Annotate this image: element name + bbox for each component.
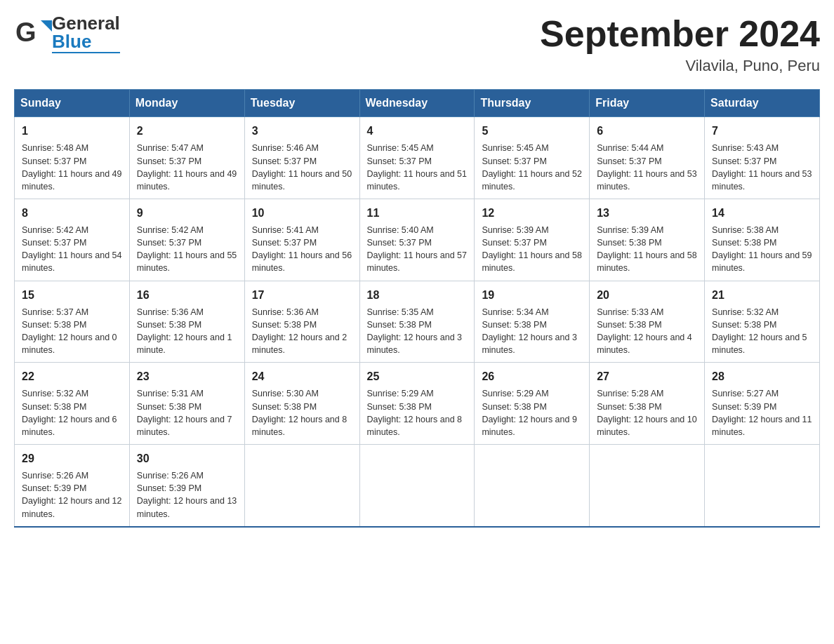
day-info: Sunrise: 5:37 AM Sunset: 5:38 PM Dayligh… <box>22 306 122 357</box>
table-row: 14Sunrise: 5:38 AM Sunset: 5:38 PM Dayli… <box>705 199 820 281</box>
day-info: Sunrise: 5:29 AM Sunset: 5:38 PM Dayligh… <box>482 387 582 438</box>
day-number: 19 <box>482 287 582 303</box>
day-info: Sunrise: 5:40 AM Sunset: 5:37 PM Dayligh… <box>367 224 468 275</box>
calendar-body: 1Sunrise: 5:48 AM Sunset: 5:37 PM Daylig… <box>15 117 820 527</box>
day-number: 3 <box>252 123 352 139</box>
table-row: 24Sunrise: 5:30 AM Sunset: 5:38 PM Dayli… <box>244 363 359 445</box>
table-row: 15Sunrise: 5:37 AM Sunset: 5:38 PM Dayli… <box>15 281 130 363</box>
svg-marker-1 <box>41 20 52 32</box>
logo-general-text: General <box>52 14 120 32</box>
week-row-2: 8Sunrise: 5:42 AM Sunset: 5:37 PM Daylig… <box>15 199 820 281</box>
logo-blue-row: Blue <box>52 32 120 51</box>
day-number: 30 <box>137 450 237 467</box>
day-info: Sunrise: 5:32 AM Sunset: 5:38 PM Dayligh… <box>712 306 812 357</box>
header-tuesday: Tuesday <box>244 90 359 117</box>
table-row: 11Sunrise: 5:40 AM Sunset: 5:37 PM Dayli… <box>359 199 475 281</box>
page-container: G General Blue September 2024 Vilavila, … <box>14 14 820 528</box>
table-row: 6Sunrise: 5:44 AM Sunset: 5:37 PM Daylig… <box>590 117 705 199</box>
day-number: 29 <box>22 450 122 467</box>
day-info: Sunrise: 5:43 AM Sunset: 5:37 PM Dayligh… <box>712 142 812 193</box>
table-row: 12Sunrise: 5:39 AM Sunset: 5:37 PM Dayli… <box>475 199 590 281</box>
day-number: 4 <box>367 123 468 139</box>
table-row: 28Sunrise: 5:27 AM Sunset: 5:39 PM Dayli… <box>705 363 820 445</box>
table-row: 20Sunrise: 5:33 AM Sunset: 5:38 PM Dayli… <box>590 281 705 363</box>
day-info: Sunrise: 5:42 AM Sunset: 5:37 PM Dayligh… <box>137 224 237 275</box>
table-row: 30Sunrise: 5:26 AM Sunset: 5:39 PM Dayli… <box>129 444 244 526</box>
day-info: Sunrise: 5:38 AM Sunset: 5:38 PM Dayligh… <box>712 224 812 275</box>
day-number: 12 <box>482 205 582 221</box>
day-info: Sunrise: 5:28 AM Sunset: 5:38 PM Dayligh… <box>597 387 697 438</box>
table-row: 26Sunrise: 5:29 AM Sunset: 5:38 PM Dayli… <box>475 363 590 445</box>
day-number: 21 <box>712 287 812 303</box>
day-number: 7 <box>712 123 812 139</box>
day-info: Sunrise: 5:39 AM Sunset: 5:38 PM Dayligh… <box>597 224 697 275</box>
week-row-3: 15Sunrise: 5:37 AM Sunset: 5:38 PM Dayli… <box>15 281 820 363</box>
day-number: 1 <box>22 123 122 139</box>
day-number: 24 <box>252 368 352 384</box>
day-number: 11 <box>367 205 468 221</box>
day-info: Sunrise: 5:42 AM Sunset: 5:37 PM Dayligh… <box>22 224 122 275</box>
day-info: Sunrise: 5:39 AM Sunset: 5:37 PM Dayligh… <box>482 224 582 275</box>
day-number: 2 <box>137 123 237 139</box>
day-number: 25 <box>367 368 468 384</box>
subtitle: Vilavila, Puno, Peru <box>540 57 820 75</box>
day-info: Sunrise: 5:47 AM Sunset: 5:37 PM Dayligh… <box>137 142 237 193</box>
day-info: Sunrise: 5:34 AM Sunset: 5:38 PM Dayligh… <box>482 306 582 357</box>
day-number: 15 <box>22 287 122 303</box>
table-row: 25Sunrise: 5:29 AM Sunset: 5:38 PM Dayli… <box>359 363 475 445</box>
table-row <box>590 444 705 526</box>
table-row: 7Sunrise: 5:43 AM Sunset: 5:37 PM Daylig… <box>705 117 820 199</box>
table-row: 16Sunrise: 5:36 AM Sunset: 5:38 PM Dayli… <box>129 281 244 363</box>
day-info: Sunrise: 5:33 AM Sunset: 5:38 PM Dayligh… <box>597 306 697 357</box>
day-info: Sunrise: 5:27 AM Sunset: 5:39 PM Dayligh… <box>712 387 812 438</box>
day-number: 9 <box>137 205 237 221</box>
day-number: 14 <box>712 205 812 221</box>
day-info: Sunrise: 5:45 AM Sunset: 5:37 PM Dayligh… <box>367 142 468 193</box>
day-info: Sunrise: 5:30 AM Sunset: 5:38 PM Dayligh… <box>252 387 352 438</box>
logo-name: General Blue <box>52 14 120 53</box>
header-thursday: Thursday <box>475 90 590 117</box>
calendar-table: Sunday Monday Tuesday Wednesday Thursday… <box>14 89 820 527</box>
main-title: September 2024 <box>540 14 820 54</box>
header-wednesday: Wednesday <box>359 90 475 117</box>
table-row: 27Sunrise: 5:28 AM Sunset: 5:38 PM Dayli… <box>590 363 705 445</box>
header-friday: Friday <box>590 90 705 117</box>
day-number: 23 <box>137 368 237 384</box>
table-row <box>705 444 820 526</box>
day-info: Sunrise: 5:31 AM Sunset: 5:38 PM Dayligh… <box>137 387 237 438</box>
table-row: 3Sunrise: 5:46 AM Sunset: 5:37 PM Daylig… <box>244 117 359 199</box>
day-info: Sunrise: 5:36 AM Sunset: 5:38 PM Dayligh… <box>252 306 352 357</box>
table-row: 2Sunrise: 5:47 AM Sunset: 5:37 PM Daylig… <box>129 117 244 199</box>
day-number: 13 <box>597 205 697 221</box>
day-info: Sunrise: 5:36 AM Sunset: 5:38 PM Dayligh… <box>137 306 237 357</box>
logo-icon: G <box>14 15 52 53</box>
day-info: Sunrise: 5:29 AM Sunset: 5:38 PM Dayligh… <box>367 387 468 438</box>
day-info: Sunrise: 5:26 AM Sunset: 5:39 PM Dayligh… <box>22 469 122 521</box>
week-row-4: 22Sunrise: 5:32 AM Sunset: 5:38 PM Dayli… <box>15 363 820 445</box>
table-row: 13Sunrise: 5:39 AM Sunset: 5:38 PM Dayli… <box>590 199 705 281</box>
table-row <box>244 444 359 526</box>
day-number: 17 <box>252 287 352 303</box>
svg-text:G: G <box>15 18 37 47</box>
header-saturday: Saturday <box>705 90 820 117</box>
week-row-5: 29Sunrise: 5:26 AM Sunset: 5:39 PM Dayli… <box>15 444 820 526</box>
day-number: 22 <box>22 368 122 384</box>
table-row: 18Sunrise: 5:35 AM Sunset: 5:38 PM Dayli… <box>359 281 475 363</box>
day-info: Sunrise: 5:41 AM Sunset: 5:37 PM Dayligh… <box>252 224 352 275</box>
table-row <box>359 444 475 526</box>
day-number: 5 <box>482 123 582 139</box>
day-info: Sunrise: 5:45 AM Sunset: 5:37 PM Dayligh… <box>482 142 582 193</box>
day-number: 20 <box>597 287 697 303</box>
weekday-header-row: Sunday Monday Tuesday Wednesday Thursday… <box>15 90 820 117</box>
table-row: 5Sunrise: 5:45 AM Sunset: 5:37 PM Daylig… <box>475 117 590 199</box>
day-number: 8 <box>22 205 122 221</box>
day-number: 28 <box>712 368 812 384</box>
table-row: 9Sunrise: 5:42 AM Sunset: 5:37 PM Daylig… <box>129 199 244 281</box>
day-number: 10 <box>252 205 352 221</box>
header-sunday: Sunday <box>15 90 130 117</box>
title-block: September 2024 Vilavila, Puno, Peru <box>540 14 820 75</box>
header-monday: Monday <box>129 90 244 117</box>
day-info: Sunrise: 5:46 AM Sunset: 5:37 PM Dayligh… <box>252 142 352 193</box>
day-info: Sunrise: 5:48 AM Sunset: 5:37 PM Dayligh… <box>22 142 122 193</box>
table-row: 10Sunrise: 5:41 AM Sunset: 5:37 PM Dayli… <box>244 199 359 281</box>
